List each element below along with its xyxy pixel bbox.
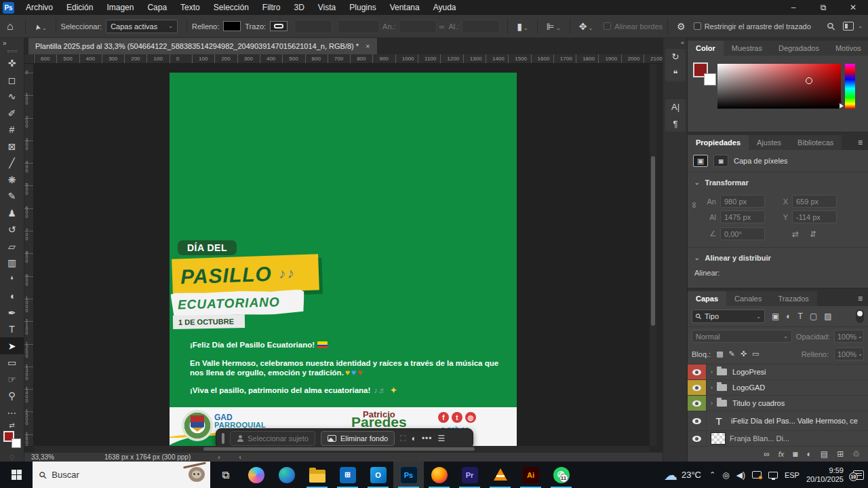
document-tab[interactable]: Plantilla 2025.psd al 33,3% (504664122_5…: [28, 38, 377, 54]
vlc-button[interactable]: [485, 462, 515, 488]
menu-item[interactable]: Selección: [208, 1, 255, 14]
adjust-contrast-icon[interactable]: ◐: [412, 434, 416, 443]
tab-muestras[interactable]: Muestras: [724, 41, 770, 56]
workspace-icon[interactable]: [843, 22, 854, 31]
tool-button[interactable]: #: [0, 121, 24, 138]
headset-icon[interactable]: ◎: [722, 470, 729, 480]
fill-swatch[interactable]: [223, 21, 241, 31]
edge-button[interactable]: [271, 462, 302, 488]
menu-item[interactable]: Plugins: [343, 1, 382, 14]
filter-shape-icon[interactable]: ▢: [810, 312, 817, 321]
tool-button[interactable]: ✐: [0, 105, 24, 121]
tool-button[interactable]: ⋯: [0, 404, 24, 421]
mask-thumb-icon[interactable]: ◙: [713, 155, 728, 167]
layer-row[interactable]: › Titulo y cuadros: [688, 396, 868, 411]
premiere-button[interactable]: Pr: [454, 462, 485, 488]
close-icon[interactable]: ✕: [838, 3, 868, 12]
tab-propiedades[interactable]: Propiedades: [688, 135, 749, 150]
tab-ajustes[interactable]: Ajustes: [749, 135, 789, 150]
lock-transparent-icon[interactable]: ▩: [716, 350, 723, 358]
foreground-background-swatches[interactable]: [3, 431, 21, 448]
menu-item[interactable]: Texto: [174, 1, 206, 14]
pathops-icon[interactable]: ▮⌄: [513, 21, 532, 32]
filter-smart-icon[interactable]: ▨: [824, 312, 831, 321]
store-button[interactable]: ⊞: [332, 462, 363, 488]
search-icon[interactable]: ⚲: [825, 19, 839, 33]
tool-button[interactable]: ↺: [0, 221, 24, 238]
outlook-button[interactable]: O: [363, 462, 393, 488]
menu-item[interactable]: Archivo: [20, 1, 59, 14]
layer-row[interactable]: Franja Blan... Di...: [688, 431, 868, 447]
vertical-scrollbar[interactable]: [650, 64, 656, 446]
illustrator-button[interactable]: Ai: [515, 462, 546, 488]
filter-type-icon[interactable]: T: [798, 312, 803, 321]
task-view-button[interactable]: ⧉: [210, 462, 241, 488]
move-tool-icon[interactable]: ➤⌄: [31, 21, 51, 32]
menu-item[interactable]: Ventana: [384, 1, 426, 14]
layer-row[interactable]: T iFeliz Día del Pas... Valle Hermoso, c…: [688, 411, 868, 431]
layer-row[interactable]: › LogoGAD: [688, 380, 868, 396]
chevron-down-icon[interactable]: ⌄: [694, 179, 700, 186]
speaker-icon[interactable]: ◀): [736, 470, 745, 480]
tab-motivos[interactable]: Motivos: [827, 41, 868, 56]
tool-button[interactable]: ✒: [0, 304, 24, 321]
background-swatch[interactable]: [704, 73, 716, 86]
tool-button[interactable]: ∿: [0, 88, 24, 105]
tab-canales[interactable]: Canales: [726, 291, 770, 306]
hue-slider-arrow[interactable]: [840, 103, 844, 109]
menu-item[interactable]: Edición: [60, 1, 99, 14]
lock-position-icon[interactable]: ✜: [741, 350, 747, 358]
tool-button[interactable]: ╱: [0, 155, 24, 172]
tool-button[interactable]: ✎: [0, 188, 24, 205]
menu-item[interactable]: 3D: [288, 1, 310, 14]
chevron-right-icon[interactable]: ›: [191, 453, 220, 461]
tool-button[interactable]: ◖: [0, 288, 24, 305]
comment-panel-icon[interactable]: ❝: [673, 69, 678, 79]
horizontal-scrollbar[interactable]: [34, 446, 650, 452]
menu-item[interactable]: Imagen: [100, 1, 140, 14]
panel-menu-icon[interactable]: ≡: [852, 294, 868, 306]
tab-bibliotecas[interactable]: Bibliotecas: [789, 135, 842, 150]
tool-button[interactable]: ➤: [0, 337, 24, 354]
menu-item[interactable]: Vista: [312, 1, 342, 14]
gear-icon[interactable]: ⚙: [673, 21, 690, 32]
minimize-icon[interactable]: –: [778, 3, 808, 12]
tool-button[interactable]: ☞: [0, 371, 24, 388]
chevron-left-icon[interactable]: ‹: [220, 453, 241, 461]
chevron-right-icon[interactable]: ›: [711, 369, 713, 375]
tab-degradados[interactable]: Degradados: [770, 41, 827, 56]
tray-expand-icon[interactable]: ⌃: [709, 470, 715, 479]
character-panel-icon[interactable]: A|: [671, 102, 679, 112]
whatsapp-button[interactable]: ✆11: [546, 462, 576, 488]
filter-pixel-icon[interactable]: ▣: [772, 312, 779, 321]
tool-button[interactable]: ◻: [0, 71, 24, 88]
properties-sliders-icon[interactable]: ☰: [437, 434, 445, 443]
tool-button[interactable]: ▥: [0, 255, 24, 271]
pixel-layer-thumb-icon[interactable]: ▣: [693, 155, 708, 167]
panel-menu-icon[interactable]: ≡: [852, 138, 868, 150]
home-icon[interactable]: ⌂: [0, 20, 20, 33]
notification-icon[interactable]: 10: [853, 470, 864, 480]
saturation-field[interactable]: [717, 64, 841, 109]
quick-mask-icon[interactable]: ◌: [9, 452, 14, 462]
tool-button[interactable]: T: [0, 321, 24, 338]
tool-button[interactable]: ❋: [0, 171, 24, 188]
expand-panel-icon[interactable]: »: [0, 38, 9, 48]
visibility-eye-icon[interactable]: [688, 364, 707, 379]
menu-item[interactable]: Ayuda: [427, 1, 462, 14]
color-picker-circle[interactable]: [806, 77, 812, 84]
drag-handle[interactable]: [222, 433, 224, 444]
filter-toggle[interactable]: [856, 309, 864, 323]
adjustment-layer-icon[interactable]: ◐: [807, 449, 812, 459]
new-group-icon[interactable]: ▤: [821, 449, 828, 459]
start-button[interactable]: [0, 462, 33, 488]
clock[interactable]: 9:5920/10/2025: [806, 466, 844, 484]
tool-button[interactable]: ❛: [0, 271, 24, 288]
chevron-right-icon[interactable]: ›: [711, 384, 713, 391]
layer-row[interactable]: › LogoPresi: [688, 364, 868, 380]
file-explorer-button[interactable]: [302, 462, 332, 488]
capas-activas-dropdown[interactable]: Capas activas⌄: [106, 20, 178, 33]
copilot-button[interactable]: [241, 462, 271, 488]
tab-capas[interactable]: Capas: [688, 291, 726, 306]
paragraph-panel-icon[interactable]: ¶: [673, 119, 678, 129]
